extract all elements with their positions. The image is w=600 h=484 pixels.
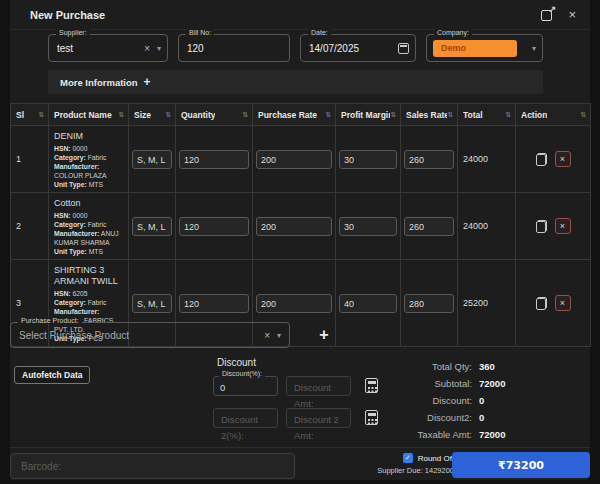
delete-row-button[interactable]: × — [555, 151, 571, 167]
quantity-input[interactable] — [179, 294, 249, 313]
purchase-product-select[interactable]: Purchase Product: Select Purchase Produc… — [10, 322, 290, 348]
profit-margin-input[interactable] — [339, 217, 397, 236]
new-purchase-dialog: New Purchase × Supplier: test × ▾ Bill N… — [10, 0, 590, 480]
discount-percent-label: Discount(%): — [219, 370, 265, 377]
size-input[interactable] — [132, 217, 172, 236]
form-row: Supplier: test × ▾ Bill No: 120 Date: 14… — [48, 34, 543, 62]
date-label: Date: — [308, 29, 331, 36]
row-product-info: DENIM HSN: 0000 Category: Fabric Manufac… — [49, 126, 129, 193]
col-total: Total⇅ — [458, 104, 516, 126]
col-profit-margin: Profit Margin⇅ — [336, 104, 401, 126]
round-off-checkbox[interactable]: ✓ — [403, 453, 413, 463]
discount2-percent-field[interactable]: Discount 2(%): — [213, 408, 278, 428]
size-input[interactable] — [132, 294, 172, 313]
purchase-rate-input[interactable] — [256, 217, 332, 236]
sort-icon[interactable]: ⇅ — [505, 111, 511, 119]
discount2-row: Discount2: 0 — [340, 409, 540, 426]
table-row: 2 Cotton HSN: 0000 Category: Fabric Manu… — [11, 193, 591, 260]
discount2-amount-placeholder: Discount 2 Amt: — [287, 409, 345, 444]
subtotal-row: Subtotal: 72000 — [340, 375, 540, 392]
copy-row-icon[interactable] — [536, 297, 547, 310]
expand-icon[interactable] — [541, 8, 554, 21]
row-total: 25200 — [458, 260, 516, 347]
purchase-product-placeholder: Select Purchase Product — [19, 330, 129, 341]
dialog-header: New Purchase × — [10, 0, 590, 30]
sort-icon[interactable]: ⇅ — [390, 111, 396, 119]
row-sl: 2 — [11, 193, 49, 260]
total-qty-row: Total Qty: 360 — [340, 358, 540, 375]
discount-row: Discount: 0 — [340, 392, 540, 409]
bill-no-label: Bill No: — [186, 29, 214, 36]
row-sl: 1 — [11, 126, 49, 193]
sales-rate-input[interactable] — [404, 150, 454, 169]
more-information-label: More Information — [60, 77, 138, 88]
col-quantity: Quantity⇅ — [176, 104, 253, 126]
supplier-value: test — [55, 43, 73, 54]
date-field[interactable]: Date: 14/07/2025 — [300, 34, 416, 62]
footer-divider — [10, 447, 590, 448]
purchase-product-clear-icon[interactable]: × — [264, 330, 270, 341]
table-row: 1 DENIM HSN: 0000 Category: Fabric Manuf… — [11, 126, 591, 193]
company-caret-icon[interactable]: ▾ — [532, 44, 536, 53]
sort-icon[interactable]: ⇅ — [580, 111, 586, 119]
discount-heading: Discount — [217, 357, 256, 368]
product-name: Cotton — [54, 198, 124, 209]
barcode-input[interactable] — [10, 453, 295, 479]
delete-row-button[interactable]: × — [555, 295, 571, 311]
col-sales-rate: Sales Rate⇅ — [401, 104, 458, 126]
grand-total-button[interactable]: ₹73200 — [452, 452, 590, 478]
sort-icon[interactable]: ⇅ — [242, 111, 248, 119]
supplier-clear-icon[interactable]: × — [144, 43, 150, 54]
sort-icon[interactable]: ⇅ — [38, 111, 44, 119]
company-selected-pill: Demo — [433, 40, 517, 57]
purchase-product-caret-icon[interactable]: ▾ — [277, 331, 281, 340]
totals-summary: Total Qty: 360 Subtotal: 72000 Discount:… — [340, 358, 540, 443]
sales-rate-input[interactable] — [404, 217, 454, 236]
add-product-button[interactable]: + — [313, 324, 335, 346]
copy-row-icon[interactable] — [536, 153, 547, 166]
more-information-plus-icon: + — [144, 75, 151, 89]
row-product-info: Cotton HSN: 0000 Category: Fabric Manufa… — [49, 193, 129, 260]
roundoff-group: ✓ Round Off Supplier Due: 1429200 — [294, 453, 454, 475]
row-total: 24000 — [458, 193, 516, 260]
autofetch-data-button[interactable]: Autofetch Data — [14, 366, 90, 384]
supplier-select[interactable]: Supplier: test × ▾ — [48, 34, 168, 62]
discount2-percent-placeholder: Discount 2(%): — [214, 409, 272, 444]
col-action: Action⇅ — [516, 104, 591, 126]
sort-icon[interactable]: ⇅ — [325, 111, 331, 119]
quantity-input[interactable] — [179, 150, 249, 169]
calendar-icon[interactable] — [398, 43, 409, 54]
delete-row-button[interactable]: × — [555, 218, 571, 234]
sort-icon[interactable]: ⇅ — [165, 111, 171, 119]
sort-icon[interactable]: ⇅ — [447, 111, 453, 119]
size-input[interactable] — [132, 150, 172, 169]
col-purchase-rate: Purchase Rate⇅ — [253, 104, 336, 126]
profit-margin-input[interactable] — [339, 294, 397, 313]
supplier-label: Supplier: — [56, 29, 90, 36]
date-value: 14/07/2025 — [307, 43, 359, 54]
discount-percent-input[interactable] — [214, 379, 277, 397]
bill-no-field[interactable]: Bill No: 120 — [178, 34, 290, 62]
taxable-amt-row: Taxable Amt: 72000 — [340, 426, 540, 443]
sales-rate-input[interactable] — [404, 294, 454, 313]
close-icon[interactable]: × — [568, 8, 576, 21]
supplier-caret-icon[interactable]: ▾ — [157, 44, 161, 53]
discount-amount-placeholder: Discount Amt: — [287, 377, 345, 412]
quantity-input[interactable] — [179, 217, 249, 236]
table-header-row: Sl⇅ Product Name⇅ Size⇅ Quantity⇅ Purcha… — [11, 104, 591, 126]
bill-no-value: 120 — [185, 43, 204, 54]
purchase-rate-input[interactable] — [256, 294, 332, 313]
sort-icon[interactable]: ⇅ — [118, 111, 124, 119]
round-off-label: Round Off — [418, 454, 454, 463]
purchase-rate-input[interactable] — [256, 150, 332, 169]
product-name: SHIRTING 3 ARMANI TWILL — [54, 265, 124, 287]
copy-row-icon[interactable] — [536, 220, 547, 233]
purchase-product-label: Purchase Product: — [18, 317, 82, 324]
discount-percent-field[interactable]: Discount(%): — [213, 376, 278, 396]
supplier-due-text: Supplier Due: 1429200 — [294, 466, 454, 475]
company-label: Company: — [434, 29, 472, 36]
profit-margin-input[interactable] — [339, 150, 397, 169]
company-select[interactable]: Company: Demo ▾ — [426, 34, 543, 62]
product-name: DENIM — [54, 131, 124, 142]
more-information-toggle[interactable]: More Information + — [48, 70, 543, 94]
